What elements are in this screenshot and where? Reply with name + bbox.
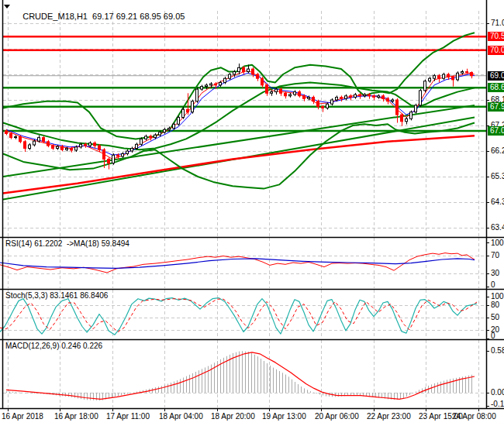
price-badge-current: 69.05 [488, 71, 504, 81]
chart-window: 71.0068.1567.2066.2565.3064.3563.4070.50… [0, 0, 504, 426]
macd-tick-label: 0.58 [491, 346, 504, 356]
rsi-tick-label: 30 [491, 269, 499, 278]
chart-symbol-timeframe: CRUDE_M18,H1 [22, 12, 88, 21]
time-label: 20 Apr 06:00 [315, 412, 359, 421]
rsi-tick-label: 0 [491, 280, 495, 290]
chart-ohlc-values: 69.17 69.21 68.95 69.05 [92, 12, 185, 21]
time-label: 24 Apr 08:00 [452, 412, 496, 421]
stoch-indicator-label: Stoch(5,3,3) 83.1461 86.8406 [5, 291, 108, 300]
macd-indicator-label: MACD(12,26,9) 0.246 0.226 [5, 342, 102, 350]
axis-labels-layer: 71.0068.1567.2066.2565.3064.3563.4070.50… [0, 0, 504, 426]
chart-title: CRUDE_M18,H1 69.17 69.21 68.95 69.05 [13, 2, 185, 30]
time-label: 22 Apr 23:00 [367, 412, 411, 421]
time-label: 17 Apr 11:00 [106, 412, 150, 421]
stoch-tick-label: 80 [491, 301, 499, 310]
rsi-tick-label: 70 [491, 251, 499, 260]
time-label: 18 Apr 04:00 [159, 412, 203, 421]
time-label: 16 Apr 2018 [2, 412, 43, 421]
price-tick-label: 63.40 [491, 223, 504, 232]
price-tick-label: 71.00 [491, 19, 504, 28]
price-badge-support: 67.90 [488, 102, 504, 112]
time-label: 19 Apr 13:00 [262, 412, 306, 421]
price-badge-resistance: 70.50 [488, 32, 504, 41]
price-badge-support: 68.60 [488, 83, 504, 92]
rsi-tick-label: 100 [491, 239, 504, 248]
price-tick-label: 65.30 [491, 172, 504, 181]
time-label: 16 Apr 18:00 [54, 412, 98, 421]
time-label: 18 Apr 20:00 [211, 412, 255, 421]
stoch-tick-label: 0 [491, 332, 495, 341]
rsi-indicator-label: RSI(14) 61.2202 ->MA(18) 59.8494 [5, 239, 129, 248]
price-badge-support: 67.00 [488, 126, 504, 136]
price-tick-label: 64.35 [491, 198, 504, 207]
price-tick-label: 66.25 [491, 146, 504, 156]
symbol-dropdown-icon[interactable] [4, 5, 10, 9]
macd-tick-label: -0.187 [491, 400, 504, 409]
macd-tick-label: 0.00 [491, 388, 504, 397]
stoch-tick-label: 50 [491, 313, 499, 322]
price-badge-resistance: 70.00 [488, 46, 504, 55]
